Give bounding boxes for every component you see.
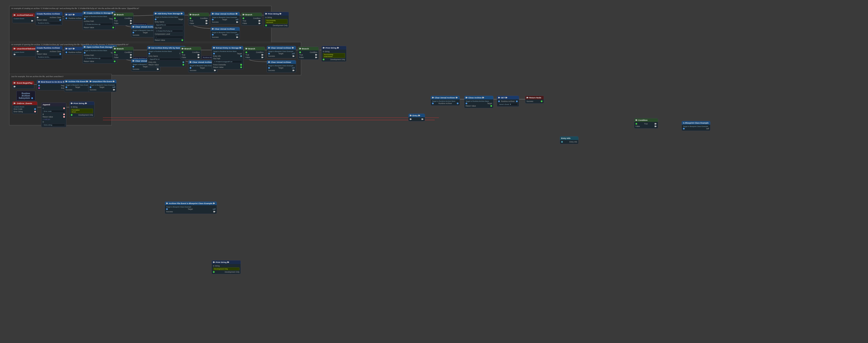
node-create-runtime-s1[interactable]: Create Runtime Archiver Archiver Class R…	[35, 12, 63, 25]
branch3-title-s1: Branch	[245, 13, 252, 16]
node-create-archive-s1[interactable]: Create Archive in Storage Target is Runt…	[82, 11, 116, 30]
node-return-far[interactable]: Return Node Success	[525, 96, 544, 104]
node-print-string-s2[interactable]: Print String In String Successfullyunarc…	[321, 46, 346, 62]
node-clear-s1[interactable]: Clear Unreal Archiver Target is Blueprin…	[211, 12, 240, 24]
get-entry-title-s2: Get Archive Entry Info by Name	[151, 47, 181, 49]
clear-false2-title-s1: Clear Unreal Archiver	[215, 28, 235, 30]
node-branch2-s2[interactable]: Branch Condition True False	[180, 47, 201, 60]
append-title-s3: Append	[43, 104, 50, 106]
branch3-title-s2: Branch	[248, 48, 255, 50]
node-entry-large[interactable]: Entry	[408, 114, 425, 121]
node-title: ArchiveFileEvent	[17, 14, 33, 16]
node-archive-file-event-large[interactable]: Archive File Event is Blueprint Class Ex…	[165, 201, 217, 214]
begin-play-title: Event BeginPlay	[17, 82, 32, 84]
close-archive-far-title: Close Archive	[468, 96, 482, 99]
entry-info-title: Entry Info	[561, 137, 570, 139]
entry-large-title: Entry	[412, 114, 417, 117]
create-archive-title-s1: Create Archive in Storage	[87, 12, 111, 14]
create-runtime-title-s1: Create Runtime Archiver	[37, 12, 60, 15]
clear-false-title-s1: Clear Unreal Archiver	[135, 26, 156, 28]
node-add-entry-s1[interactable]: Add Entry from Storage Target is Runtime…	[153, 11, 185, 42]
node-open-archive-s2[interactable]: Open Archive from Storage Target is Runt…	[82, 45, 117, 64]
node-clear-unreal-far-s1[interactable]: Clear Unreal Archiver Target is Runtime …	[431, 96, 460, 106]
condition-large-title: Condition	[638, 119, 648, 121]
node-get-entry-s2[interactable]: Get Archive Entry Info by Name Target is…	[147, 46, 186, 67]
runtime-archiver-subsystem-s3: RuntimeArchiverSubsystem	[17, 91, 35, 101]
node-archive-file-event[interactable]: ArchiveFileEvent Custom Event	[12, 13, 35, 23]
red-wire-s3	[103, 120, 435, 120]
node-clear-s2-false3[interactable]: Clear Unreal Archiver Target is Blueprin…	[267, 60, 296, 73]
node-branch4-s2[interactable]: Branch Condition True False	[298, 47, 319, 60]
create-runtime-title-s2: Create Runtime Archiver	[37, 47, 60, 49]
node-print-string-s3[interactable]: Print String In String FormattedError! D…	[69, 101, 94, 117]
extract-entry-title-s2: Extract Entry to Storage	[216, 47, 239, 49]
section-3-label: Just for example, first we archive the f…	[11, 76, 63, 78]
node-extract-entry-s2[interactable]: Extract Entry to Storage Target is Runti…	[212, 46, 243, 69]
node-archive-file-event-s3[interactable]: Archive File Event Target is Blueprint C…	[64, 80, 92, 92]
clear-unreal-far-s1-title: Clear Unreal Archiver	[435, 96, 455, 99]
node-unarchive-file-event-s3[interactable]: Unarchive File Event Target is Blueprint…	[88, 80, 117, 92]
node-entry-info[interactable]: Entry Info Entry Info	[560, 136, 579, 144]
bind-event-title-s3: Bind Event to On Error	[41, 81, 63, 83]
node-branch1-s1[interactable]: Branch Condition True False	[113, 12, 133, 26]
clear-title-s1: Clear Unreal Archiver	[215, 12, 235, 15]
set-title-s2: SET	[68, 48, 72, 50]
node-append-s3[interactable]: Append A Error code B Return Value > Add…	[41, 103, 66, 127]
set-title-s1: SET	[68, 13, 72, 16]
node-branch1-s2[interactable]: Branch Condition True False	[113, 47, 133, 60]
print-string-title-s1: Print String	[268, 12, 279, 15]
unarchive-file-event-s3-title: Unarchive File Event	[92, 80, 112, 83]
set-far-title: SET	[501, 96, 505, 99]
node-bind-event-s3[interactable]: Bind Event to On Error Target Event	[37, 80, 67, 90]
node-clear-s2-3[interactable]: Clear Unreal Archiver Target is Blueprin…	[267, 46, 296, 58]
unarchive-title: UnarchiveFileEvent	[17, 48, 35, 50]
archive-file-event-large-title: Archive File Event is Blueprint Class Ex…	[169, 202, 212, 204]
node-close-archive-far[interactable]: Close Archive Target is Runtime Archive …	[464, 96, 494, 108]
print-string-dev-title: Print String	[216, 261, 227, 263]
add-entry-title-s1: Add Entry from Storage	[157, 12, 180, 15]
section-1-label: An example of creating an archive "C:\Fo…	[11, 7, 139, 9]
node-clear-false2-s1[interactable]: Clear Unreal Archiver Target is Blueprin…	[211, 27, 240, 39]
onerror-title-s3: OnError_Events	[17, 102, 32, 105]
node-create-runtime-s2[interactable]: Create Runtime Archiver Archiver Class R…	[35, 46, 63, 59]
node-branch3-s2[interactable]: Branch Condition True False	[244, 47, 265, 60]
print-string-title-s3: Print String	[73, 102, 85, 105]
clear-false2-title-s2: Clear Unreal Archiver	[192, 61, 213, 63]
clear-s2-false3-title: Clear Unreal Archiver	[271, 61, 291, 63]
node-unarchive-file-event[interactable]: UnarchiveFileEvent Custom Event	[12, 47, 37, 57]
archive-file-event-s3-title: Archive File Event	[68, 80, 86, 83]
open-archive-title-s2: Open Archive from Storage	[87, 46, 112, 48]
return-far-title: Return Node	[529, 96, 541, 99]
node-branch3-s1[interactable]: Branch Condition True False	[241, 12, 262, 26]
branch4-title-s2: Branch	[302, 48, 309, 50]
node-branch2-s1[interactable]: Branch Condition True False	[188, 12, 209, 26]
node-set-far[interactable]: SET Runtime Archiver None's Event ▼	[497, 96, 519, 107]
clear-s2-3-title: Clear Unreal Archiver	[271, 47, 291, 49]
is-blueprint-class-title: Is Blueprint Class Example	[683, 122, 709, 124]
print-string-title-s2: Print String	[326, 47, 336, 49]
branch2-title-s1: Branch	[192, 13, 199, 16]
branch1-title-s1: Branch	[117, 13, 124, 16]
node-print-string-s1[interactable]: Print String In String Successfullyarchi…	[264, 12, 289, 28]
node-event-begin-play[interactable]: Event BeginPlay	[12, 81, 34, 89]
node-print-string-dev[interactable]: Print String In String Development Only …	[212, 260, 241, 274]
node-onerror-s3[interactable]: OnError_Events Custom Event Error Code E…	[12, 101, 37, 114]
node-is-blueprint-class[interactable]: Is Blueprint Class Example Target is Blu…	[682, 121, 711, 131]
branch1-title-s2: Branch	[117, 48, 124, 50]
node-condition-large[interactable]: Condition True False	[634, 118, 658, 128]
branch2-title-s2: Branch	[184, 48, 191, 50]
